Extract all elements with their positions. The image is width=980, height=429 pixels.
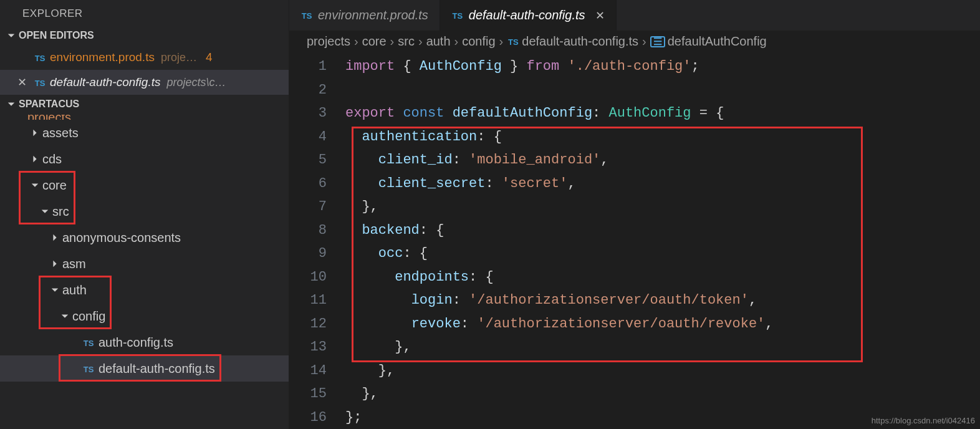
code-line[interactable]: login: '/authorizationserver/oauth/token… <box>345 289 980 312</box>
tab-environment[interactable]: TS environment.prod.ts <box>289 0 440 31</box>
ts-icon: TS <box>82 363 95 374</box>
tab-default-auth-config[interactable]: TS default-auth-config.ts ✕ <box>440 0 617 31</box>
open-editors-list: TS environment.prod.ts proje… 4 ✕ TS def… <box>0 45 289 95</box>
tree-label: auth-config.ts <box>98 335 173 350</box>
tree-folder[interactable]: projects <box>0 115 289 120</box>
code-line[interactable]: authentication: { <box>345 125 980 149</box>
code-line[interactable]: export const defaultAuthConfig: AuthConf… <box>345 102 980 125</box>
editor-path: projects\c… <box>166 76 226 89</box>
workspace-label: SPARTACUS <box>19 99 79 110</box>
ts-icon: TS <box>507 36 519 47</box>
tree-label: anonymous-consents <box>62 231 181 245</box>
breadcrumb-item[interactable]: core <box>362 34 387 49</box>
chevron-right-icon <box>27 155 42 163</box>
tab-label: environment.prod.ts <box>318 8 428 22</box>
chevron-right-icon: › <box>454 34 459 49</box>
tree-folder[interactable]: auth <box>0 277 289 303</box>
chevron-down-icon <box>6 31 16 41</box>
open-editors-header[interactable]: OPEN EDITORS <box>0 26 289 45</box>
tree-folder[interactable]: core <box>0 172 289 198</box>
line-number: 5 <box>289 148 327 172</box>
tree-label: default-auth-config.ts <box>98 362 215 376</box>
editor-tabs: TS environment.prod.ts TS default-auth-c… <box>289 0 980 31</box>
code-line[interactable]: }, <box>345 382 980 406</box>
line-number: 10 <box>289 266 327 289</box>
tree-label: asm <box>62 257 86 271</box>
line-number: 11 <box>289 289 327 312</box>
tree-folder[interactable]: assets <box>0 120 289 146</box>
editor-name: environment.prod.ts <box>50 51 155 64</box>
line-number: 4 <box>289 125 327 149</box>
tree-folder[interactable]: asm <box>0 251 289 277</box>
workspace-header[interactable]: SPARTACUS <box>0 95 289 113</box>
line-number: 15 <box>289 382 327 406</box>
breadcrumb-item[interactable]: auth <box>426 34 451 49</box>
code-line[interactable]: client_secret: 'secret', <box>345 172 980 196</box>
tree-label: config <box>72 309 105 324</box>
symbol-constant-icon: ☰ <box>650 36 665 47</box>
tree-file[interactable]: TSdefault-auth-config.ts <box>0 355 289 382</box>
code-line[interactable]: }, <box>345 195 980 219</box>
explorer-sidebar: EXPLORER OPEN EDITORS TS environment.pro… <box>0 0 289 429</box>
code-line[interactable]: }, <box>345 335 980 359</box>
breadcrumb-item[interactable]: TS default-auth-config.ts <box>507 34 638 49</box>
tree-folder[interactable]: anonymous-consents <box>0 224 289 251</box>
code-line[interactable]: revoke: '/authorizationserver/oauth/revo… <box>345 312 980 336</box>
tree-file[interactable]: TSauth-config.ts <box>0 329 289 355</box>
chevron-right-icon: › <box>642 34 646 49</box>
line-number: 14 <box>289 359 327 383</box>
code-line[interactable]: backend: { <box>345 219 980 243</box>
open-editor-item[interactable]: TS environment.prod.ts proje… 4 <box>0 45 289 70</box>
tree-label: cds <box>42 152 62 166</box>
tab-label: default-auth-config.ts <box>469 8 585 22</box>
close-icon[interactable]: ✕ <box>14 75 30 89</box>
tree-folder[interactable]: cds <box>0 146 289 172</box>
breadcrumb[interactable]: projects › core › src › auth › config › … <box>289 31 980 55</box>
code-line[interactable]: endpoints: { <box>345 266 980 289</box>
chevron-right-icon <box>27 128 42 137</box>
breadcrumb-item[interactable]: ☰ defaultAuthConfig <box>650 34 767 49</box>
watermark-text: https://blog.csdn.net/i042416 <box>872 416 975 425</box>
ts-icon: TS <box>451 10 464 21</box>
chevron-right-icon <box>47 233 62 242</box>
code-line[interactable] <box>345 79 980 102</box>
code-line[interactable]: client_id: 'mobile_android', <box>345 148 980 172</box>
ts-icon: TS <box>34 77 46 88</box>
editor-main: TS environment.prod.ts TS default-auth-c… <box>289 0 980 429</box>
close-icon[interactable]: ✕ <box>595 9 605 22</box>
tree-label: core <box>42 178 67 193</box>
open-editor-item[interactable]: ✕ TS default-auth-config.ts projects\c… <box>0 70 289 95</box>
tree-folder[interactable]: src <box>0 198 289 224</box>
breadcrumb-item[interactable]: projects <box>307 34 350 49</box>
line-number: 16 <box>289 406 327 430</box>
line-number: 8 <box>289 219 327 243</box>
chevron-down-icon <box>47 286 62 294</box>
tree-label: assets <box>42 126 79 140</box>
chevron-down-icon <box>37 207 52 216</box>
editor-problem-count: 4 <box>206 51 213 64</box>
editor-path: proje… <box>161 51 197 64</box>
tree-label: auth <box>62 283 87 297</box>
line-number: 3 <box>289 102 327 125</box>
code-editor[interactable]: 12345678910111213141516 import { AuthCon… <box>289 55 980 429</box>
line-number: 1 <box>289 55 327 79</box>
code-line[interactable]: occ: { <box>345 242 980 266</box>
ts-icon: TS <box>300 10 313 21</box>
chevron-down-icon <box>27 181 42 190</box>
chevron-right-icon: › <box>354 34 358 49</box>
line-number: 2 <box>289 79 327 102</box>
chevron-down-icon <box>6 99 16 109</box>
chevron-right-icon <box>47 259 62 268</box>
code-content[interactable]: import { AuthConfig } from './auth-confi… <box>345 55 980 429</box>
code-line[interactable]: import { AuthConfig } from './auth-confi… <box>345 55 980 79</box>
breadcrumb-item[interactable]: config <box>462 34 495 49</box>
line-number: 9 <box>289 242 327 266</box>
line-number: 7 <box>289 195 327 219</box>
breadcrumb-item[interactable]: src <box>398 34 415 49</box>
line-number: 12 <box>289 312 327 336</box>
code-line[interactable]: }, <box>345 359 980 383</box>
ts-icon: TS <box>82 337 95 348</box>
tree-folder[interactable]: config <box>0 303 289 329</box>
editor-name: default-auth-config.ts <box>50 75 160 89</box>
line-gutter: 12345678910111213141516 <box>289 55 345 429</box>
